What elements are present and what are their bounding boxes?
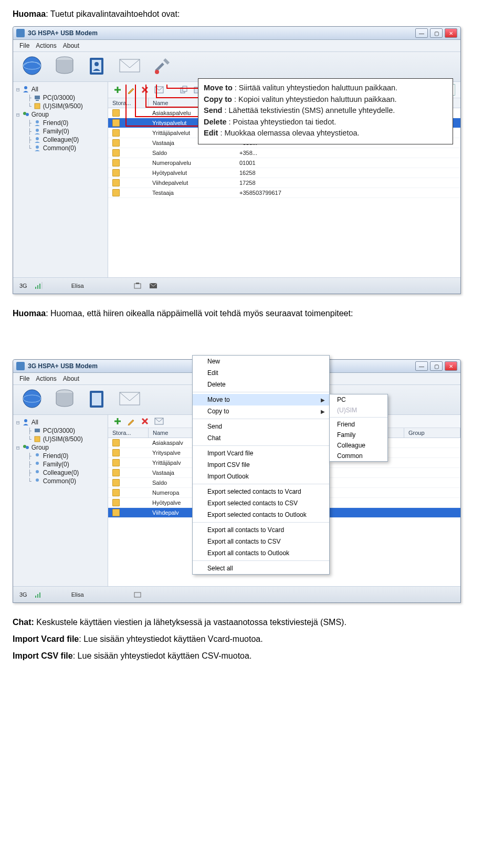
mail-icon[interactable] bbox=[118, 55, 141, 76]
svg-rect-26 bbox=[37, 285, 38, 289]
minimize-button[interactable]: — bbox=[415, 28, 428, 38]
contacts-icon[interactable] bbox=[86, 388, 109, 409]
add-icon[interactable] bbox=[113, 86, 122, 94]
delete-icon[interactable] bbox=[141, 86, 149, 94]
tree-common[interactable]: └Common(0) bbox=[27, 144, 106, 152]
ctx-copy-to[interactable]: Copy to▶ bbox=[193, 405, 329, 417]
ctx-export-sel-vcard[interactable]: Export selected contacts to Vcard bbox=[193, 486, 329, 497]
chevron-right-icon: ▶ bbox=[321, 397, 325, 403]
svg-point-5 bbox=[94, 62, 99, 66]
svg-rect-40 bbox=[35, 436, 40, 442]
tree-colleague[interactable]: ├Colleague(0) bbox=[27, 469, 106, 477]
delete-icon[interactable] bbox=[141, 417, 149, 425]
mail-icon[interactable] bbox=[118, 388, 141, 409]
sub-pc[interactable]: PC bbox=[330, 394, 387, 405]
tree-all[interactable]: ⊟All bbox=[15, 418, 106, 426]
ctx-export-sel-outlook[interactable]: Export selected contacts to Outlook bbox=[193, 509, 329, 521]
ctx-import-vcard[interactable]: Import Vcard file bbox=[193, 447, 329, 459]
ctx-export-all-outlook[interactable]: Export all contacts to Outlook bbox=[193, 547, 329, 559]
minimize-button[interactable]: — bbox=[415, 361, 428, 371]
tree-all[interactable]: ⊟All bbox=[15, 85, 106, 93]
copy-to-icon[interactable] bbox=[180, 86, 188, 94]
maximize-button[interactable]: ▢ bbox=[430, 361, 443, 371]
ctx-import-csv[interactable]: Import CSV file bbox=[193, 459, 329, 471]
ctx-move-to[interactable]: Move to▶ PC (U)SIM Friend Family Colleag… bbox=[193, 394, 329, 405]
tree-friend[interactable]: ├Friend(0) bbox=[27, 452, 106, 460]
menu-file[interactable]: File bbox=[19, 375, 29, 382]
ctx-edit[interactable]: Edit bbox=[193, 367, 329, 379]
close-button[interactable]: ✕ bbox=[445, 361, 457, 371]
ctx-send[interactable]: Send bbox=[193, 421, 329, 432]
sub-colleague[interactable]: Colleague bbox=[330, 440, 387, 451]
svg-point-7 bbox=[155, 70, 159, 74]
titlebar[interactable]: 3G HSPA+ USB Modem — ▢ ✕ bbox=[13, 27, 460, 40]
ctx-import-outlook[interactable]: Import Outlook bbox=[193, 471, 329, 482]
ctx-delete[interactable]: Delete bbox=[193, 379, 329, 390]
svg-point-16 bbox=[36, 137, 39, 140]
sub-friend[interactable]: Friend bbox=[330, 419, 387, 430]
menu-about[interactable]: About bbox=[63, 375, 79, 382]
send-mail-icon[interactable] bbox=[154, 418, 164, 425]
globe-icon[interactable] bbox=[20, 388, 44, 409]
tree-family[interactable]: ├Family(0) bbox=[27, 127, 106, 136]
svg-rect-9 bbox=[35, 96, 40, 99]
tools-icon[interactable] bbox=[151, 55, 174, 76]
callout-move-text: : Siirtää valitun yhteystiedon haluttuun… bbox=[233, 84, 397, 92]
callout-copy-label: Copy to bbox=[204, 95, 232, 103]
tree-usim[interactable]: └(U)SIM(9/500) bbox=[27, 102, 106, 110]
ctx-chat[interactable]: Chat bbox=[193, 432, 329, 444]
main-toolbar bbox=[13, 52, 460, 82]
menu-actions[interactable]: Actions bbox=[36, 42, 56, 49]
col-storage[interactable]: Stora... bbox=[108, 428, 149, 438]
signal-label: 3G bbox=[19, 591, 27, 598]
tree-group[interactable]: ⊟Group bbox=[15, 443, 106, 452]
ctx-new[interactable]: New bbox=[193, 356, 329, 367]
svg-rect-28 bbox=[41, 282, 43, 289]
table-row[interactable]: Numeropalvelu01001 bbox=[108, 158, 460, 168]
statusbar: 3G Elisa bbox=[13, 586, 460, 602]
close-button[interactable]: ✕ bbox=[445, 28, 457, 38]
sub-common[interactable]: Common bbox=[330, 451, 387, 461]
tree-pc[interactable]: ├PC(0/3000) bbox=[27, 426, 106, 435]
globe-icon[interactable] bbox=[20, 55, 44, 76]
tree-pc[interactable]: ├PC(0/3000) bbox=[27, 93, 106, 102]
edit-icon[interactable] bbox=[127, 86, 135, 94]
import-csv-para: Import CSV file: Lue sisään yhteystiedot… bbox=[13, 651, 491, 661]
maximize-button[interactable]: ▢ bbox=[430, 28, 443, 38]
add-icon[interactable] bbox=[113, 417, 122, 425]
sub-family[interactable]: Family bbox=[330, 430, 387, 440]
callout-edit-label: Edit bbox=[204, 129, 218, 137]
ctx-export-sel-csv[interactable]: Export selected contacts to CSV bbox=[193, 497, 329, 509]
app-icon bbox=[16, 362, 25, 370]
table-row[interactable]: Viihdepalvelut17258 bbox=[108, 178, 460, 188]
database-icon[interactable] bbox=[53, 388, 76, 409]
chat-label: Chat: bbox=[13, 618, 34, 627]
callout-delete-label: Delete bbox=[204, 118, 227, 126]
table-row[interactable]: Testaaja+358503799617 bbox=[108, 188, 460, 198]
menu-file[interactable]: File bbox=[19, 42, 29, 49]
edit-icon[interactable] bbox=[127, 417, 135, 425]
tree-friend[interactable]: ├Friend(0) bbox=[27, 119, 106, 127]
ctx-export-all-vcard[interactable]: Export all contacts to Vcard bbox=[193, 524, 329, 536]
svg-point-13 bbox=[26, 113, 29, 116]
menu-about[interactable]: About bbox=[63, 42, 79, 49]
table-row[interactable]: Hyötypalvelut16258 bbox=[108, 168, 460, 178]
tree-group[interactable]: ⊟Group bbox=[15, 110, 106, 119]
contacts-icon[interactable] bbox=[86, 55, 109, 76]
table-row[interactable]: Saldo+358... bbox=[108, 148, 460, 158]
col-storage[interactable]: Stora... bbox=[108, 98, 149, 108]
tree-family[interactable]: ├Family(0) bbox=[27, 460, 106, 469]
status-mail-icon bbox=[149, 283, 158, 289]
col-group[interactable]: Group bbox=[404, 428, 460, 438]
menu-actions[interactable]: Actions bbox=[36, 375, 56, 382]
database-icon[interactable] bbox=[53, 55, 76, 76]
ivcard-label: Import Vcard file bbox=[13, 634, 79, 643]
svg-rect-29 bbox=[134, 284, 141, 288]
ctx-export-all-csv[interactable]: Export all contacts to CSV bbox=[193, 536, 329, 547]
window-title: 3G HSPA+ USB Modem bbox=[28, 29, 415, 37]
tree-colleague[interactable]: ├Colleague(0) bbox=[27, 136, 106, 144]
tree-common[interactable]: └Common(0) bbox=[27, 477, 106, 485]
tree-usim[interactable]: └(U)SIM(8/500) bbox=[27, 435, 106, 443]
svg-rect-6 bbox=[120, 59, 140, 72]
ctx-select-all[interactable]: Select all bbox=[193, 563, 329, 574]
